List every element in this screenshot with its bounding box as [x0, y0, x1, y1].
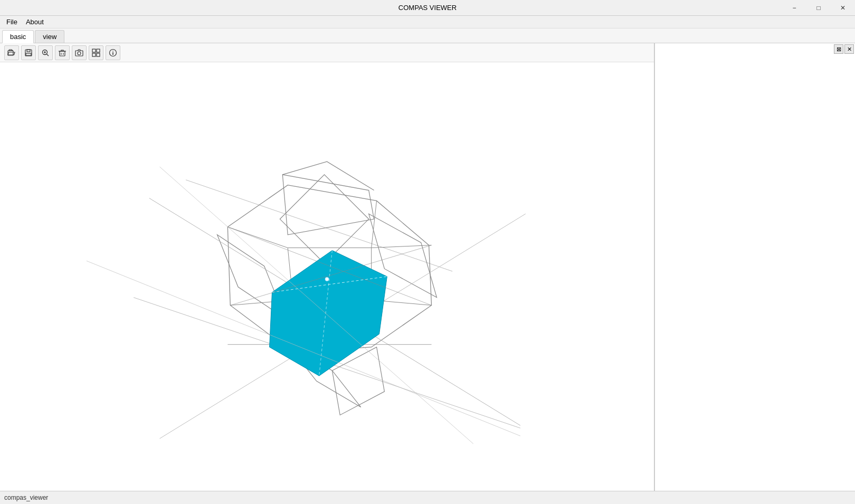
svg-rect-14 [92, 49, 96, 52]
delete-button[interactable] [55, 45, 70, 60]
maximize-button[interactable]: □ [806, 0, 831, 16]
svg-rect-8 [60, 51, 65, 56]
svg-marker-26 [282, 175, 374, 235]
menu-about[interactable]: About [22, 17, 48, 27]
title-text: COMPAS VIEWER [398, 4, 457, 12]
svg-point-45 [325, 277, 329, 281]
right-panel: ⊠ ✕ [654, 43, 855, 491]
menu-bar: File About [0, 16, 855, 28]
svg-point-20 [112, 51, 113, 52]
zoom-fit-button[interactable] [38, 45, 53, 60]
panel-collapse-button[interactable]: ⊠ [834, 44, 843, 54]
right-panel-controls: ⊠ ✕ [833, 43, 855, 55]
info-button[interactable] [106, 45, 120, 60]
tab-view[interactable]: view [35, 30, 64, 43]
svg-rect-16 [92, 53, 96, 56]
svg-line-22 [186, 180, 452, 271]
main-layout: ⊠ ✕ [0, 43, 855, 491]
tab-bar: basic view [0, 28, 855, 43]
svg-rect-2 [27, 50, 30, 52]
panel-close-button[interactable]: ✕ [844, 44, 854, 54]
open-file-button[interactable] [4, 45, 19, 60]
svg-line-49 [160, 167, 473, 444]
viewport[interactable] [0, 62, 654, 491]
title-bar: COMPAS VIEWER − □ ✕ [0, 0, 855, 16]
tab-basic[interactable]: basic [2, 30, 34, 43]
toolbar [0, 43, 654, 62]
view-button[interactable] [89, 45, 103, 60]
svg-rect-3 [26, 53, 31, 55]
screenshot-button[interactable] [72, 45, 87, 60]
svg-rect-15 [97, 49, 100, 52]
svg-point-13 [78, 52, 81, 55]
menu-file[interactable]: File [2, 17, 22, 27]
close-button[interactable]: ✕ [831, 0, 855, 16]
svg-line-28 [227, 227, 288, 248]
status-text: compas_viewer [4, 494, 48, 501]
svg-rect-17 [97, 53, 100, 56]
status-bar: compas_viewer [0, 491, 855, 504]
save-button[interactable] [21, 45, 36, 60]
svg-line-5 [47, 54, 49, 56]
window-controls[interactable]: − □ ✕ [782, 0, 855, 16]
left-area [0, 43, 654, 491]
minimize-button[interactable]: − [782, 0, 806, 16]
svg-marker-42 [270, 250, 387, 376]
svg-rect-1 [25, 50, 32, 56]
